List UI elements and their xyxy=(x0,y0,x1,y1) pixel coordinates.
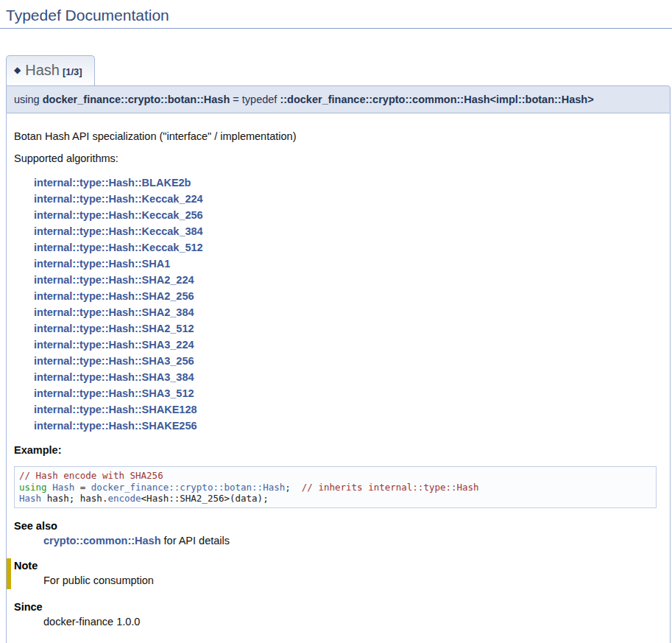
algorithm-link[interactable]: internal::type::Hash::Keccak_384 xyxy=(14,223,662,239)
algorithms-label: Supported algorithms: xyxy=(14,152,662,164)
member-tab: ◆Hash[1/3] xyxy=(6,55,95,85)
member-documentation: Botan Hash API specialization ("interfac… xyxy=(6,113,671,643)
algorithm-link[interactable]: internal::type::Hash::BLAKE2b xyxy=(14,175,662,191)
algorithm-link[interactable]: internal::type::Hash::SHAKE256 xyxy=(14,418,662,434)
note-section: Note For public consumption xyxy=(7,558,662,589)
page-title: Typedef Documentation xyxy=(0,0,672,29)
declaration-prefix: using xyxy=(14,94,43,105)
algorithm-link[interactable]: internal::type::Hash::SHA3_384 xyxy=(14,369,662,385)
algorithm-link[interactable]: internal::type::Hash::SHA3_256 xyxy=(14,353,662,369)
code-keyword: using xyxy=(19,482,52,493)
permalink-diamond-icon[interactable]: ◆ xyxy=(14,65,21,75)
declaration-middle: = typedef xyxy=(230,94,280,105)
code-link[interactable]: docker_finance::crypto::botan::Hash xyxy=(91,482,285,493)
code-comment: // Hash encode with SHA256 xyxy=(19,470,163,481)
algorithm-link[interactable]: internal::type::Hash::SHA2_384 xyxy=(14,304,662,320)
member-item: ◆Hash[1/3] using docker_finance::crypto:… xyxy=(6,55,671,643)
since-text: docker-finance 1.0.0 xyxy=(43,616,662,628)
see-also-label: See also xyxy=(14,520,662,532)
declaration-type: ::docker_finance::crypto::common::Hash<i… xyxy=(280,94,593,105)
algorithm-list: internal::type::Hash::BLAKE2binternal::t… xyxy=(14,175,662,434)
algorithm-link[interactable]: internal::type::Hash::Keccak_512 xyxy=(14,239,662,256)
algorithm-link[interactable]: internal::type::Hash::SHA3_512 xyxy=(14,385,662,401)
member-declaration: using docker_finance::crypto::botan::Has… xyxy=(6,85,671,113)
code-plain: = xyxy=(74,482,91,493)
algorithm-link[interactable]: internal::type::Hash::SHA3_224 xyxy=(14,337,662,353)
code-link[interactable]: Hash xyxy=(52,482,74,493)
see-also-body: crypto::common::Hash for API details xyxy=(43,535,662,547)
since-label: Since xyxy=(14,601,662,613)
code-link[interactable]: encode xyxy=(107,493,141,504)
declaration-name: docker_finance::crypto::botan::Hash xyxy=(43,94,230,105)
algorithm-link[interactable]: internal::type::Hash::Keccak_224 xyxy=(14,191,662,207)
algorithm-link[interactable]: internal::type::Hash::SHA2_512 xyxy=(14,320,662,337)
since-section: Since docker-finance 1.0.0 xyxy=(14,601,662,628)
intro-paragraph: Botan Hash API specialization ("interfac… xyxy=(14,130,662,142)
algorithm-link[interactable]: internal::type::Hash::Keccak_256 xyxy=(14,207,662,223)
see-also-link[interactable]: crypto::common::Hash xyxy=(43,535,161,547)
code-line: using Hash = docker_finance::crypto::bot… xyxy=(19,482,651,493)
member-index: [1/3] xyxy=(63,66,82,77)
algorithm-link[interactable]: internal::type::Hash::SHA1 xyxy=(14,256,662,272)
code-plain: hash; hash. xyxy=(41,493,107,504)
member-name: Hash xyxy=(25,62,60,78)
code-plain: ; xyxy=(285,482,302,493)
code-line: // Hash encode with SHA256 xyxy=(19,470,651,482)
example-label: Example: xyxy=(14,444,662,456)
algorithm-link[interactable]: internal::type::Hash::SHAKE128 xyxy=(14,401,662,418)
see-also-section: See also crypto::common::Hash for API de… xyxy=(14,520,662,547)
algorithm-link[interactable]: internal::type::Hash::SHA2_256 xyxy=(14,288,662,304)
algorithm-link[interactable]: internal::type::Hash::SHA2_224 xyxy=(14,272,662,288)
note-label: Note xyxy=(14,560,662,572)
see-also-text: for API details xyxy=(161,535,230,547)
code-link[interactable]: Hash xyxy=(19,493,41,504)
code-comment: // inherits internal::type::Hash xyxy=(302,482,479,493)
code-plain: <Hash::SHA2_256>(data); xyxy=(141,493,269,504)
code-line: Hash hash; hash.encode<Hash::SHA2_256>(d… xyxy=(19,493,651,505)
code-fragment: // Hash encode with SHA256using Hash = d… xyxy=(14,466,657,508)
note-text: For public consumption xyxy=(43,575,662,586)
